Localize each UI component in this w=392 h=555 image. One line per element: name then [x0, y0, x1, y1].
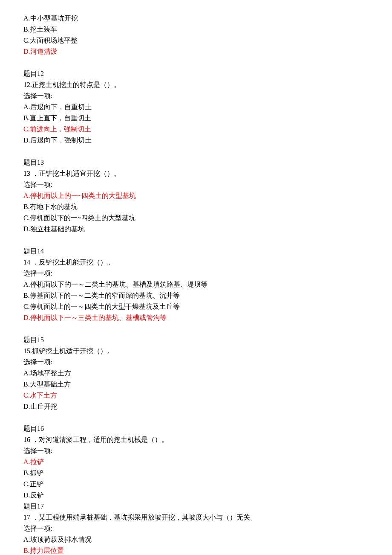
- question-title: 题目12: [23, 68, 369, 79]
- question-title: 题目17: [23, 501, 369, 512]
- select-prompt: 选择一项:: [23, 523, 369, 534]
- question-title: 题目14: [23, 246, 369, 257]
- question-17: 题目17 17 ．某工程使用端承桩基础，基坑拟采用放坡开挖，其坡度大小与（）无关…: [23, 501, 369, 555]
- option-c: C.停机面以下的一~四类土的大型基坑: [23, 212, 369, 224]
- question-title: 题目16: [23, 423, 369, 434]
- question-stem: 14 ．反铲挖土机能开挖（）„: [23, 257, 369, 268]
- option-b: B.有地下水的基坑: [23, 201, 369, 212]
- option-a: A.后退向下，自重切土: [23, 102, 369, 113]
- question-11-tail: A.中小型基坑开挖 B.挖土装车 C.大面积场地平整 D.河道清淤: [23, 13, 369, 57]
- option-c: C.停机面以上的一～四类土的大型干燥基坑及土丘等: [23, 301, 369, 312]
- option-b: B.停基面以下的一～二类土的窄而深的基坑、沉井等: [23, 290, 369, 301]
- option-b: B.挖土装车: [23, 24, 369, 35]
- select-prompt: 选择一项:: [23, 445, 369, 456]
- option-b-answer: B.持力层位置: [23, 545, 369, 555]
- option-b: B.大型基础土方: [23, 379, 369, 390]
- option-c: C.大面积场地平整: [23, 35, 369, 46]
- option-d: D.反铲: [23, 490, 369, 501]
- question-stem: 16 ．对河道清淤工程，适用的挖土机械是（）。: [23, 434, 369, 445]
- question-stem: 17 ．某工程使用端承桩基础，基坑拟采用放坡开挖，其坡度大小与（）无关。: [23, 512, 369, 523]
- option-b: B.抓铲: [23, 468, 369, 479]
- option-d: D.山丘开挖: [23, 401, 369, 412]
- select-prompt: 选择一项:: [23, 357, 369, 368]
- select-prompt: 选择一项:: [23, 268, 369, 279]
- question-12: 题目12 12.正挖土机挖土的特点是（）。 选择一项: A.后退向下，自重切土 …: [23, 68, 369, 146]
- option-c: C.正铲: [23, 479, 369, 490]
- option-d-answer: D.停机面以下一～三类土的基坑、基槽或管沟等: [23, 312, 369, 323]
- option-a: A.停机面以下的一～二类土的基坑、基槽及填筑路基、堤坝等: [23, 279, 369, 290]
- question-14: 题目14 14 ．反铲挖土机能开挖（）„ 选择一项: A.停机面以下的一～二类土…: [23, 246, 369, 323]
- option-c-answer: C.水下土方: [23, 390, 369, 401]
- question-stem: 15.抓铲挖土机适于开挖（）。: [23, 346, 369, 357]
- option-d: D.后退向下，强制切土: [23, 135, 369, 146]
- option-a: A.场地平整土方: [23, 368, 369, 379]
- question-16: 题目16 16 ．对河道清淤工程，适用的挖土机械是（）。 选择一项: A.拉铲 …: [23, 423, 369, 501]
- option-d: D.独立柱基础的基坑: [23, 224, 369, 235]
- option-a: A.中小型基坑开挖: [23, 13, 369, 24]
- question-stem: 12.正挖土机挖土的特点是（）。: [23, 79, 369, 90]
- option-a: A.坡顶荷载及排水情况: [23, 534, 369, 545]
- select-prompt: 选择一项:: [23, 90, 369, 102]
- option-b: B.直上直下，自重切土: [23, 113, 369, 124]
- question-15: 题目15 15.抓铲挖土机适于开挖（）。 选择一项: A.场地平整土方 B.大型…: [23, 334, 369, 412]
- option-c-answer: C.前进向上，强制切土: [23, 124, 369, 135]
- option-a-answer: A.停机面以上的一~四类土的大型基坑: [23, 190, 369, 201]
- option-d-answer: D.河道清淤: [23, 46, 369, 57]
- question-title: 题目15: [23, 334, 369, 346]
- select-prompt: 选择一项:: [23, 179, 369, 190]
- question-title: 题目13: [23, 157, 369, 168]
- question-stem: 13 ．正铲挖土机适宜开挖（）。: [23, 168, 369, 179]
- question-13: 题目13 13 ．正铲挖土机适宜开挖（）。 选择一项: A.停机面以上的一~四类…: [23, 157, 369, 235]
- option-a-answer: A.拉铲: [23, 456, 369, 468]
